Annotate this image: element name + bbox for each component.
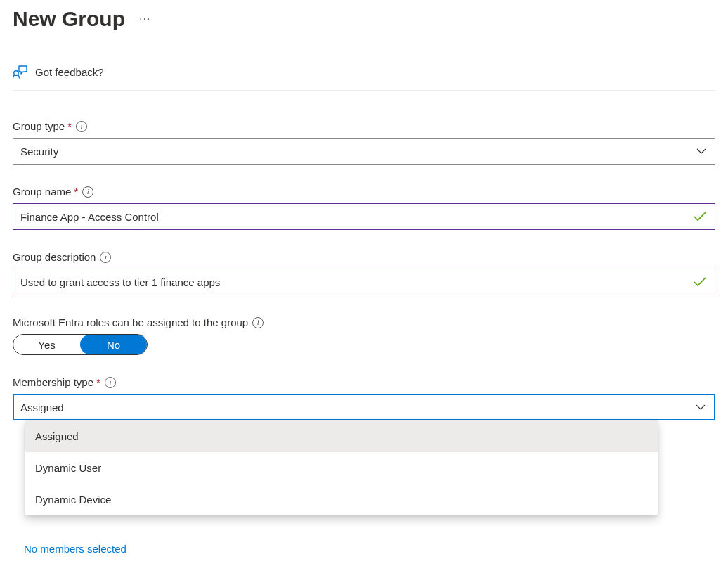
required-indicator: * [96, 376, 100, 388]
info-icon[interactable]: i [105, 377, 116, 388]
info-icon[interactable]: i [76, 121, 87, 132]
group-type-value: Security [20, 146, 58, 158]
info-icon[interactable]: i [82, 186, 93, 198]
group-description-value: Used to grant access to tier 1 finance a… [20, 276, 220, 288]
required-indicator: * [74, 186, 78, 198]
group-name-value: Finance App - Access Control [20, 211, 159, 223]
chevron-down-icon [696, 404, 706, 410]
info-icon[interactable]: i [252, 317, 264, 328]
membership-type-value: Assigned [20, 401, 64, 413]
group-type-label: Group type [13, 120, 65, 132]
membership-option-dynamic-device[interactable]: Dynamic Device [25, 484, 658, 515]
chevron-down-icon [696, 148, 706, 154]
feedback-label: Got feedback? [35, 66, 104, 78]
info-icon[interactable]: i [100, 252, 111, 263]
toggle-option-no[interactable]: No [80, 335, 147, 354]
more-actions-button[interactable]: ··· [139, 13, 150, 25]
page-title: New Group [13, 7, 125, 31]
group-name-input[interactable]: Finance App - Access Control [13, 203, 715, 230]
members-link[interactable]: No members selected [13, 543, 715, 555]
membership-type-label: Membership type [13, 376, 93, 388]
toggle-option-yes[interactable]: Yes [13, 335, 80, 354]
group-type-dropdown[interactable]: Security [13, 138, 715, 165]
group-description-label: Group description [13, 251, 96, 263]
checkmark-icon [694, 277, 706, 287]
roles-assignable-label: Microsoft Entra roles can be assigned to… [13, 316, 248, 328]
membership-type-dropdown[interactable]: Assigned [13, 394, 715, 420]
group-name-label: Group name [13, 186, 71, 198]
membership-option-assigned[interactable]: Assigned [25, 420, 658, 452]
required-indicator: * [67, 120, 72, 132]
membership-option-dynamic-user[interactable]: Dynamic User [25, 452, 658, 484]
feedback-link[interactable]: Got feedback? [13, 65, 715, 91]
group-description-input[interactable]: Used to grant access to tier 1 finance a… [13, 269, 715, 295]
roles-assignable-toggle[interactable]: Yes No [13, 334, 148, 355]
feedback-icon [13, 65, 28, 79]
membership-type-options[interactable]: Assigned Dynamic User Dynamic Device [25, 420, 658, 515]
checkmark-icon [694, 212, 706, 221]
